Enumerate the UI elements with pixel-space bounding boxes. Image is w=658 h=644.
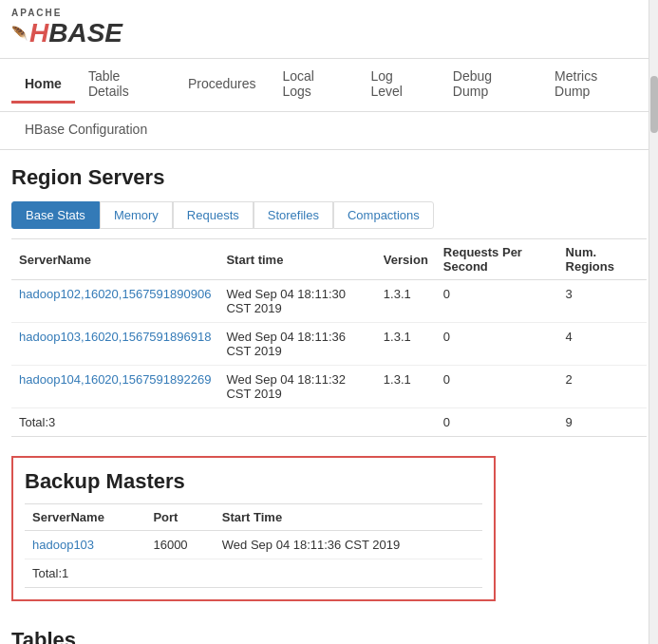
- tab-memory[interactable]: Memory: [100, 201, 173, 229]
- nav-local-logs[interactable]: Local Logs: [269, 59, 357, 111]
- nav-metrics-dump[interactable]: Metrics Dump: [541, 59, 647, 111]
- table-row: hadoop104,16020,1567591892269 Wed Sep 04…: [11, 366, 647, 408]
- tab-compactions[interactable]: Compactions: [333, 201, 434, 229]
- tables-section-title: Tables: [0, 616, 658, 644]
- total-label: Total:3: [11, 408, 218, 437]
- regions-cell: 3: [558, 280, 647, 323]
- logo: APACHE 🪶 H BASE: [11, 8, 647, 47]
- region-servers-header-row: ServerName Start time Version Requests P…: [11, 239, 647, 280]
- region-servers-section: Region Servers Base Stats Memory Request…: [11, 165, 647, 437]
- nav-hbase-config[interactable]: HBase Configuration: [11, 112, 160, 149]
- requests-cell: 0: [436, 366, 558, 408]
- logo-base-text: BASE: [48, 20, 122, 47]
- tab-base-stats[interactable]: Base Stats: [11, 201, 100, 229]
- table-row: hadoop103,16020,1567591896918 Wed Sep 04…: [11, 323, 647, 366]
- version-cell: 1.3.1: [376, 323, 436, 366]
- requests-cell: 0: [436, 280, 558, 323]
- main-content: Region Servers Base Stats Memory Request…: [0, 150, 658, 616]
- backup-masters-title: Backup Masters: [25, 469, 482, 494]
- start-time-cell: Wed Sep 04 18:11:36 CST 2019: [218, 323, 375, 366]
- requests-cell: 0: [436, 323, 558, 366]
- regions-cell: 4: [558, 323, 647, 366]
- table-row: hadoop102,16020,1567591890906 Wed Sep 04…: [11, 280, 647, 323]
- scrollbar-thumb[interactable]: [650, 76, 658, 133]
- version-cell: 1.3.1: [376, 366, 436, 408]
- total-row: Total:3 0 9: [11, 408, 647, 437]
- header: APACHE 🪶 H BASE: [0, 0, 658, 59]
- total-regions: 9: [558, 408, 647, 437]
- backup-total-row: Total:1: [25, 559, 482, 588]
- col-bm-start-time: Start Time: [215, 504, 482, 531]
- region-servers-table: ServerName Start time Version Requests P…: [11, 238, 647, 437]
- server-link[interactable]: hadoop102,16020,1567591890906: [11, 280, 218, 323]
- nav-debug-dump[interactable]: Debug Dump: [440, 59, 541, 111]
- feather-icon: 🪶: [11, 26, 28, 41]
- col-server-name: ServerName: [11, 239, 218, 280]
- col-bm-port: Port: [145, 504, 214, 531]
- col-requests: Requests Per Second: [436, 239, 558, 280]
- col-bm-server: ServerName: [25, 504, 145, 531]
- logo-hbase: 🪶 H BASE: [11, 20, 122, 47]
- backup-masters-header-row: ServerName Port Start Time: [25, 504, 482, 531]
- col-start-time: Start time: [218, 239, 375, 280]
- server-link[interactable]: hadoop103,16020,1567591896918: [11, 323, 218, 366]
- version-cell: 1.3.1: [376, 280, 436, 323]
- nav-home[interactable]: Home: [11, 66, 75, 104]
- col-version: Version: [376, 239, 436, 280]
- backup-total-empty-1: [145, 559, 214, 588]
- scrollbar[interactable]: [649, 0, 658, 644]
- bm-port-cell: 16000: [145, 531, 214, 559]
- logo-h: H: [29, 20, 48, 47]
- backup-masters-section: Backup Masters ServerName Port Start Tim…: [11, 456, 496, 601]
- nav-bar-primary: Home Table Details Procedures Local Logs…: [0, 59, 658, 112]
- nav-procedures[interactable]: Procedures: [175, 66, 270, 104]
- tab-storefiles[interactable]: Storefiles: [254, 201, 333, 229]
- tab-requests[interactable]: Requests: [173, 201, 254, 229]
- nav-table-details[interactable]: Table Details: [75, 59, 175, 111]
- server-link[interactable]: hadoop104,16020,1567591892269: [11, 366, 218, 408]
- col-regions: Num. Regions: [558, 239, 647, 280]
- table-row: hadoop103 16000 Wed Sep 04 18:11:36 CST …: [25, 531, 482, 559]
- nav-bar-secondary: HBase Configuration: [0, 112, 658, 150]
- bm-start-time-cell: Wed Sep 04 18:11:36 CST 2019: [215, 531, 482, 559]
- backup-masters-table: ServerName Port Start Time hadoop103 160…: [25, 503, 482, 588]
- logo-apache: APACHE: [11, 8, 122, 18]
- bm-server-link[interactable]: hadoop103: [25, 531, 145, 559]
- region-servers-tabs: Base Stats Memory Requests Storefiles Co…: [11, 201, 647, 229]
- total-empty-2: [376, 408, 436, 437]
- total-requests: 0: [436, 408, 558, 437]
- backup-total-label: Total:1: [25, 559, 145, 588]
- region-servers-title: Region Servers: [11, 165, 647, 190]
- nav-log-level[interactable]: Log Level: [358, 59, 440, 111]
- total-empty-1: [218, 408, 375, 437]
- start-time-cell: Wed Sep 04 18:11:30 CST 2019: [218, 280, 375, 323]
- backup-total-empty-2: [215, 559, 482, 588]
- start-time-cell: Wed Sep 04 18:11:32 CST 2019: [218, 366, 375, 408]
- regions-cell: 2: [558, 366, 647, 408]
